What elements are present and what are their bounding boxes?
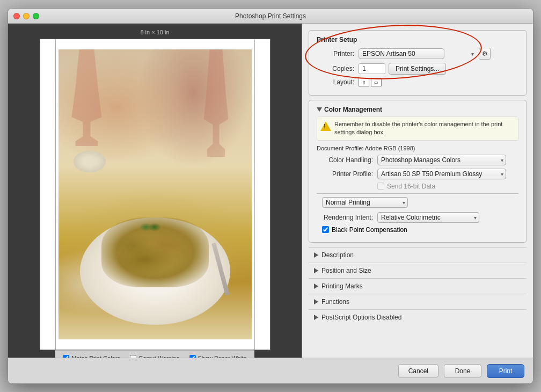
warning-icon [320,121,331,131]
basil-leaves [140,219,161,235]
rendering-intent-select[interactable]: Relative Colorimetric [377,212,479,223]
printer-config-icon[interactable]: ⚙ [479,48,491,60]
paper-size-label: 8 in × 10 in [140,29,169,35]
functions-section[interactable]: Functions [309,294,527,309]
margin-left-line [55,39,56,350]
position-size-section[interactable]: Position and Size [309,263,527,278]
black-point-label: Black Point Compensation [332,226,407,234]
cancel-button[interactable]: Cancel [398,364,438,378]
normal-printing-select[interactable]: Normal Printing [322,197,408,208]
postscript-section[interactable]: PostScript Options Disabled [309,309,527,325]
collapsible-sections: Description Position and Size Printing M… [309,247,527,325]
print-preview-area [13,39,296,350]
printer-label: Printer: [317,50,354,57]
dialog-window: Photoshop Print Settings 8 in × 10 in [8,8,533,384]
printer-select[interactable]: EPSON Artisan 50 [359,48,444,59]
rendering-intent-label: Rendering Intent: [317,214,373,221]
normal-printing-select-wrapper: Normal Printing [322,197,408,208]
left-panel: 8 in × 10 in [8,24,302,358]
document-profile: Document Profile: Adobe RGB (1998) [317,145,518,151]
send-16bit-row: Send 16-bit Data [317,183,518,190]
rendering-intent-row: Rendering Intent: Relative Colorimetric [317,212,518,223]
description-section[interactable]: Description [309,247,527,263]
copies-input[interactable] [359,63,385,74]
color-handling-label: Color Handling: [317,156,373,164]
copies-row: Copies: Print Settings... [317,63,518,75]
rendering-intent-select-wrapper: Relative Colorimetric [377,212,479,223]
black-point-checkbox[interactable] [322,226,329,233]
layout-portrait-icon[interactable]: ▯ [359,78,369,86]
print-button[interactable]: Print [487,364,524,378]
done-button[interactable]: Done [444,364,481,378]
title-bar: Photoshop Print Settings [8,9,533,24]
printer-setup-title: Printer Setup [317,36,518,43]
functions-label: Functions [321,298,349,306]
layout-label: Layout: [317,78,354,86]
warning-text: Remember to disable the printer's color … [334,120,515,137]
color-management-title: Color Management [317,106,518,113]
printer-select-wrapper: EPSON Artisan 50 [359,48,477,59]
printer-profile-row: Printer Profile: Artisan 50 SP T50 Premi… [317,169,518,179]
traffic-lights [13,13,39,19]
close-button[interactable] [13,13,20,19]
separator [317,193,518,194]
position-size-tri [314,268,318,273]
cm-triangle-icon [317,107,322,112]
preview-controls: Match Print Colors Gamut Warning Show Pa… [55,350,254,358]
layout-landscape-icon[interactable]: ▭ [371,78,382,86]
maximize-button[interactable] [33,13,39,19]
minimize-button[interactable] [23,13,30,19]
postscript-label: PostScript Options Disabled [321,314,401,321]
paper-sheet [40,39,270,350]
printer-profile-select-wrapper: Artisan 50 SP T50 Premium Glossy [377,169,506,179]
description-tri [314,252,318,258]
olive-dish [74,151,106,172]
margin-right-line [254,39,255,350]
send-16bit-checkbox [377,183,384,190]
dialog-body: 8 in × 10 in [8,24,533,358]
color-handling-select-wrapper: Photoshop Manages Colors [377,155,506,165]
send-16bit-label: Send 16-bit Data [387,183,435,190]
warning-box: Remember to disable the printer's color … [317,117,518,141]
color-handling-row: Color Handling: Photoshop Manages Colors [317,155,518,165]
functions-tri [314,299,318,304]
photo-preview [59,49,252,339]
black-point-row: Black Point Compensation [322,226,518,234]
printer-profile-select[interactable]: Artisan 50 SP T50 Premium Glossy [377,169,506,179]
right-panel: Printer Setup Printer: EPSON Artisan 50 … [302,24,533,358]
layout-row: Layout: ▯ ▭ [317,78,518,86]
printer-profile-label: Printer Profile: [317,170,373,178]
printer-row: Printer: EPSON Artisan 50 ⚙ [317,48,518,60]
normal-printing-row: Normal Printing [317,197,518,208]
printing-marks-tri [314,284,318,289]
color-handling-select[interactable]: Photoshop Manages Colors [377,155,506,165]
dialog-footer: Cancel Done Print [8,358,533,383]
print-settings-button[interactable]: Print Settings... [389,63,446,75]
copies-label: Copies: [317,65,354,72]
description-label: Description [321,251,354,259]
printing-marks-section[interactable]: Printing Marks [309,278,527,294]
window-title: Photoshop Print Settings [235,12,306,20]
printing-marks-label: Printing Marks [321,282,363,290]
color-management-section: Color Management Remember to disable the… [309,100,527,243]
postscript-tri [314,315,318,320]
position-size-label: Position and Size [321,267,371,274]
printer-setup-section: Printer Setup Printer: EPSON Artisan 50 … [309,30,527,96]
